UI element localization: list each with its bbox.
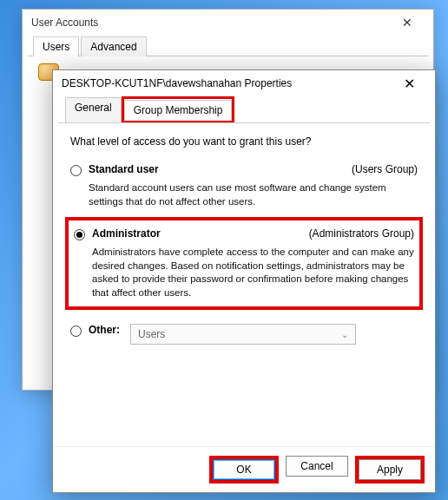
close-icon[interactable]: ✕ <box>392 76 426 92</box>
admin-description: Administrators have complete access to t… <box>92 246 414 299</box>
dialog-titlebar: DESKTOP-KCUT1NF\davewshanahan Properties… <box>53 70 435 96</box>
option-other[interactable]: Other: Users ⌄ <box>70 320 418 348</box>
window-titlebar: User Accounts ✕ <box>23 10 433 36</box>
apply-button[interactable]: Apply <box>359 459 421 480</box>
window-title: User Accounts <box>31 16 98 29</box>
admin-label: Administrator <box>92 227 161 240</box>
select-value: Users <box>138 328 165 340</box>
tab-group-membership[interactable]: Group Membership <box>124 100 233 121</box>
dialog-tab-strip: General Group Membership <box>58 96 430 123</box>
other-label: Other: <box>89 324 120 336</box>
radio-standard[interactable] <box>70 165 82 176</box>
option-administrator[interactable]: Administrator (Administrators Group) <box>74 224 414 244</box>
highlight-annotation: Group Membership <box>122 96 235 122</box>
highlight-annotation: Apply <box>355 456 425 484</box>
chevron-down-icon: ⌄ <box>341 330 348 339</box>
standard-group: (Users Group) <box>352 163 418 175</box>
radio-other[interactable] <box>70 326 82 337</box>
highlight-annotation: OK <box>209 456 279 484</box>
option-standard-user[interactable]: Standard user (Users Group) <box>70 160 418 180</box>
standard-label: Standard user <box>89 163 159 175</box>
close-icon[interactable]: ✕ <box>390 16 425 30</box>
other-group-select[interactable]: Users ⌄ <box>130 324 356 345</box>
parent-tab-strip: Users Advanced <box>28 36 428 56</box>
admin-group: (Administrators Group) <box>309 227 414 240</box>
tab-advanced[interactable]: Advanced <box>81 36 146 56</box>
properties-dialog: DESKTOP-KCUT1NF\davewshanahan Properties… <box>52 69 436 493</box>
standard-description: Standard account users can use most soft… <box>89 181 418 208</box>
tab-general[interactable]: General <box>65 97 122 123</box>
tab-users[interactable]: Users <box>33 36 79 56</box>
access-prompt: What level of access do you want to gran… <box>70 135 418 148</box>
dialog-footer: OK Cancel Apply <box>53 446 435 492</box>
ok-button[interactable]: OK <box>213 459 275 480</box>
dialog-title: DESKTOP-KCUT1NF\davewshanahan Properties <box>62 77 292 89</box>
dialog-body: What level of access do you want to gran… <box>53 123 435 446</box>
highlight-annotation: Administrator (Administrators Group) Adm… <box>65 217 423 310</box>
radio-administrator[interactable] <box>74 229 85 240</box>
cancel-button[interactable]: Cancel <box>286 456 348 477</box>
